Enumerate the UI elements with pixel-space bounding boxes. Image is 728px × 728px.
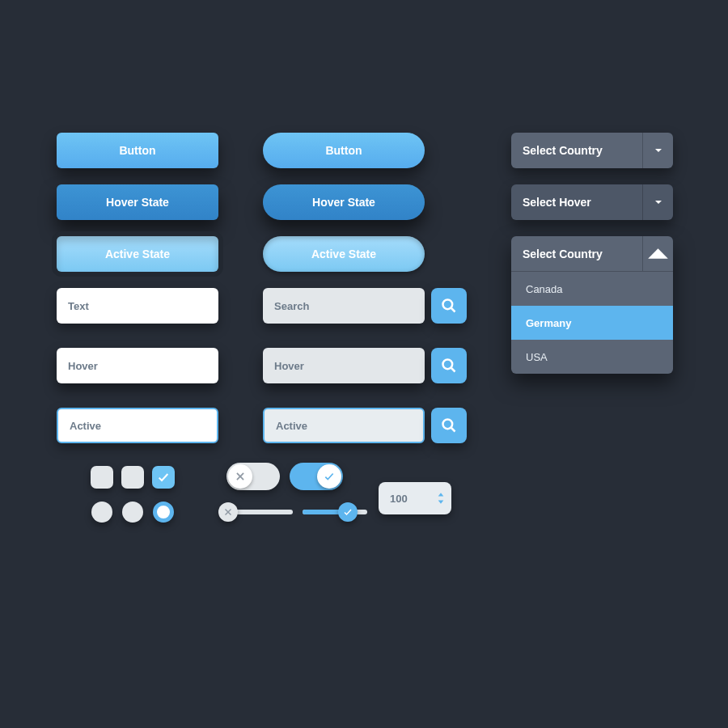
select-open[interactable]: Select Country Canada Germany USA [511,236,673,374]
option-label: Germany [526,317,571,329]
button-label: Hover State [106,196,169,209]
search-button-active[interactable] [431,408,467,443]
search-icon [441,358,457,374]
svg-line-5 [451,428,455,432]
toggle-knob [317,464,341,489]
button-rect-active[interactable]: Active State [57,236,218,272]
button-label: Button [325,144,362,157]
select-default[interactable]: Select Country [511,133,673,168]
toggle-off[interactable] [226,463,280,490]
caret-down-icon [642,184,673,220]
select-label: Select Country [511,248,642,260]
select-hover[interactable]: Select Hover [511,184,673,220]
checkbox-on[interactable] [152,466,175,489]
select-open-header[interactable]: Select Country [511,236,673,272]
svg-point-0 [443,300,453,310]
check-icon [343,507,353,517]
svg-point-4 [443,420,453,430]
toggle-on[interactable] [290,463,343,490]
button-label: Active State [105,248,170,260]
radio-off-2[interactable] [122,502,143,523]
button-pill-active[interactable]: Active State [263,236,425,272]
toggle-knob [228,464,252,489]
button-rect-default[interactable]: Button [57,133,218,168]
input-placeholder: Active [276,420,307,432]
text-input-hover[interactable]: Hover [57,348,218,383]
check-icon [324,471,335,482]
radio-off-1[interactable] [91,502,112,523]
search-input-active[interactable]: Active [263,408,425,443]
text-input-active[interactable]: Active [57,408,218,443]
button-pill-default[interactable]: Button [263,133,425,168]
caret-up-icon [642,236,673,271]
select-option-canada[interactable]: Canada [511,272,673,306]
stepper-value: 100 [390,493,408,505]
number-stepper[interactable]: 100 [379,482,451,514]
select-option-usa[interactable]: USA [511,340,673,374]
check-icon [157,471,170,484]
button-pill-hover[interactable]: Hover State [263,184,425,220]
x-icon [223,507,233,517]
input-placeholder: Text [68,300,89,312]
option-label: Canada [526,283,563,295]
svg-point-2 [443,360,453,370]
button-label: Hover State [312,196,375,209]
search-input-default[interactable]: Search [263,288,425,324]
input-placeholder: Hover [68,360,98,372]
slider-left[interactable] [228,510,293,514]
svg-line-1 [451,308,455,312]
search-icon [441,417,457,434]
checkbox-off-1[interactable] [91,466,113,489]
caret-down-icon [642,133,673,168]
input-placeholder: Hover [274,360,304,372]
checkbox-off-2[interactable] [121,466,144,489]
search-button-default[interactable] [431,288,467,324]
option-label: USA [526,351,548,363]
button-rect-hover[interactable]: Hover State [57,184,218,220]
slider-handle[interactable] [338,502,358,522]
search-input-hover[interactable]: Hover [263,348,425,383]
svg-line-3 [451,368,455,372]
slider-handle[interactable] [218,502,238,522]
button-label: Active State [311,248,376,260]
select-label: Select Hover [511,196,642,209]
slider-right[interactable] [303,510,367,514]
select-option-germany[interactable]: Germany [511,306,673,340]
radio-on[interactable] [153,502,174,523]
button-label: Button [119,144,155,157]
x-icon [235,471,246,482]
text-input-default[interactable]: Text [57,288,218,324]
search-button-hover[interactable] [431,348,467,383]
caret-down-icon[interactable] [437,499,445,506]
select-label: Select Country [511,144,642,157]
input-placeholder: Active [70,420,101,432]
input-placeholder: Search [274,300,309,312]
caret-up-icon[interactable] [437,491,445,497]
search-icon [441,298,457,314]
